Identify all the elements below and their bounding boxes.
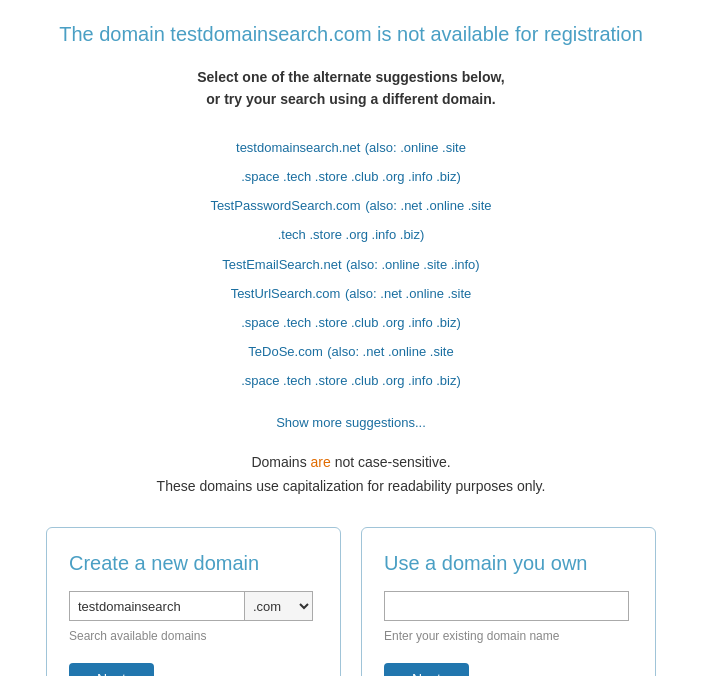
cards-row: Create a new domain .com .net .org .info… [30,527,672,676]
suggestion-row-5: TeDoSe.com (also: .net .online .site [30,337,672,364]
case-note: Domains are not case-sensitive. These do… [30,451,672,499]
existing-domain-input[interactable] [384,591,629,621]
suggestion-link-2[interactable]: TestPasswordSearch.com [210,198,360,213]
suggestion-row-2: TestPasswordSearch.com (also: .net .onli… [30,191,672,218]
domain-name-input[interactable] [69,591,244,621]
suggestion-alts-4b: .space .tech .store .club .org .info .bi… [241,315,461,330]
domain-tld-select[interactable]: .com .net .org .info .biz .online .site [244,591,313,621]
suggestion-link-1[interactable]: testdomainsearch.net [236,140,360,155]
search-hint: Search available domains [69,629,318,643]
suggestion-alts-3: (also: .online .site .info) [346,257,480,272]
card-new-title: Create a new domain [69,552,318,575]
suggestion-row-1b: .space .tech .store .club .org .info .bi… [30,162,672,189]
suggestion-row-2b: .tech .store .org .info .biz) [30,220,672,247]
suggestion-row-4: TestUrlSearch.com (also: .net .online .s… [30,279,672,306]
case-note-line1-post: not case-sensitive. [331,454,451,470]
suggestion-link-5[interactable]: TeDoSe.com [248,344,322,359]
card-existing-domain: Use a domain you own Enter your existing… [361,527,656,676]
card-existing-title: Use a domain you own [384,552,633,575]
suggestion-alts-5: (also: .net .online .site [327,344,453,359]
suggestion-alts-1: (also: .online .site [365,140,466,155]
new-domain-next-button[interactable]: Next [69,663,154,676]
card-new-domain: Create a new domain .com .net .org .info… [46,527,341,676]
suggestion-alts-2b: .tech .store .org .info .biz) [278,227,425,242]
case-note-highlight: are [311,454,331,470]
suggestion-alts-1b: .space .tech .store .club .org .info .bi… [241,169,461,184]
suggestion-alts-2: (also: .net .online .site [365,198,491,213]
subtitle: Select one of the alternate suggestions … [30,66,672,111]
suggestion-link-3[interactable]: TestEmailSearch.net [222,257,341,272]
show-more-link[interactable]: Show more suggestions... [276,415,426,430]
page-title: The domain testdomainsearch.com is not a… [30,20,672,48]
suggestion-row-4b: .space .tech .store .club .org .info .bi… [30,308,672,335]
suggestion-row-1: testdomainsearch.net (also: .online .sit… [30,133,672,160]
case-note-line1-pre: Domains [251,454,310,470]
suggestion-row-3: TestEmailSearch.net (also: .online .site… [30,250,672,277]
suggestion-link-4[interactable]: TestUrlSearch.com [231,286,341,301]
suggestion-alts-4: (also: .net .online .site [345,286,471,301]
domain-input-row: .com .net .org .info .biz .online .site [69,591,318,621]
enter-hint: Enter your existing domain name [384,629,633,643]
suggestion-row-5b: .space .tech .store .club .org .info .bi… [30,366,672,393]
suggestions-section: testdomainsearch.net (also: .online .sit… [30,133,672,432]
existing-domain-next-button[interactable]: Next [384,663,469,676]
case-note-line2: These domains use capitalization for rea… [157,478,546,494]
suggestion-alts-5b: .space .tech .store .club .org .info .bi… [241,373,461,388]
